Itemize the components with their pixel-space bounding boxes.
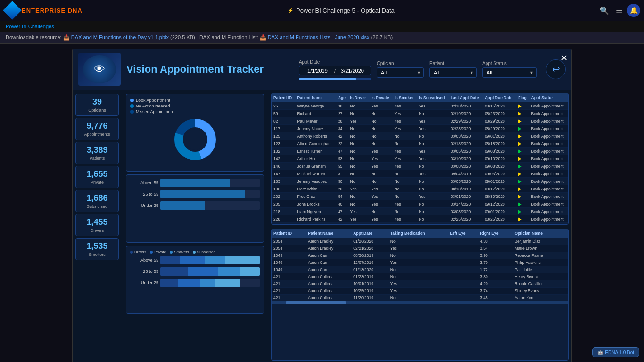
stat-patients-label: Patients — [79, 156, 116, 161]
flag-icon: ▶ — [518, 201, 522, 206]
flag-icon: ▶ — [518, 141, 522, 146]
col2-patient-name: Patient Name — [306, 229, 351, 238]
svg-point-3 — [185, 129, 206, 150]
col-age: Age — [336, 93, 348, 102]
bar-legend-2: Drivers Private Smokers Subsidised — [130, 250, 260, 254]
table-row: 421Aaron Collins10/01/2019Yes4.20Ronald … — [272, 280, 568, 288]
grouped-label-above55: Above 55 — [130, 258, 158, 263]
donut-label-1: No Action Needed — [136, 104, 170, 108]
edna-bot[interactable]: 🤖 EDNA 1.0 Bot — [592, 347, 639, 357]
eye-icon: 👁 — [83, 55, 116, 83]
bar-track-above55 — [160, 179, 260, 187]
power-bi-icon: ⚡ — [288, 8, 293, 13]
sub-bar-link[interactable]: Power BI Challenges — [6, 24, 54, 29]
logo-diamond — [3, 1, 22, 20]
menu-icon[interactable]: ☰ — [616, 6, 622, 15]
grouped-bar-under25: Under 25 — [130, 279, 260, 287]
date-from-input[interactable] — [302, 68, 333, 74]
flag-icon: ▶ — [518, 148, 522, 154]
grouped-bar-above55: Above 55 — [130, 256, 260, 264]
appointment-table-header: Patient ID Patient Name Age Is Driver Is… — [272, 93, 568, 102]
stat-opticians-number: 39 — [79, 97, 116, 107]
date-slider[interactable] — [299, 78, 371, 80]
appointment-table: Patient ID Patient Name Age Is Driver Is… — [271, 93, 569, 225]
charts-panel: Book Appointment No Action Needed Missed… — [122, 90, 268, 362]
table-row: 421Aaron Collins10/25/2019Yes3.74Shirley… — [272, 288, 568, 295]
table2-scrollbar[interactable] — [272, 301, 568, 304]
table-row: 147Michael Warren8NoNoNoYes09/04/201909/… — [272, 170, 568, 178]
col2-left-eye: Left Eye — [448, 229, 478, 238]
modal-close-button[interactable]: ✕ — [561, 53, 568, 63]
date-range-box[interactable]: / — [299, 66, 371, 75]
table-row: 125Anthony Roberts42NoNoNoNo03/03/202009… — [272, 132, 568, 140]
patient-data-table: Patient ID Patient Name Appt Date Taking… — [272, 229, 568, 300]
patient-select[interactable]: All — [429, 67, 477, 78]
flag-icon: ▶ — [518, 133, 522, 139]
col-patient-name: Patient Name — [295, 93, 336, 102]
donut-chart: Book Appointment No Action Needed Missed… — [126, 94, 264, 172]
dashboard-header: 👁 Vision Appointment Tracker Appt Date /… — [73, 49, 571, 90]
table-row: 1049Aaron Carr12/07/2019Yes3.70Philip Ha… — [272, 259, 568, 266]
appointment-table-body: 25Wayne George38NoYesYesYes02/18/202008/… — [272, 102, 568, 225]
stat-private-label: Private — [79, 180, 116, 185]
legend-dot-smokers — [170, 251, 173, 254]
appointment-data-table: Patient ID Patient Name Age Is Driver Is… — [272, 93, 568, 225]
stat-patients: 3,389 Patients — [75, 142, 119, 164]
col2-appt-date: Appt Date — [351, 229, 388, 238]
table2-scrollbar-thumb — [286, 301, 346, 304]
logo-text: ENTERPRISE DNA — [22, 7, 83, 14]
table-row: 1049Aaron Carr01/13/2020No1.72Paul Littl… — [272, 266, 568, 273]
table-row: 132Ernest Turner47NoYesYesYes03/05/20200… — [272, 148, 568, 155]
table-row: 1049Aaron Carr08/30/2019No3.90Rebecca Pa… — [272, 252, 568, 259]
appt-status-select[interactable]: All — [482, 67, 537, 78]
table-row: 196Gary White20YesYesNoNo08/18/201908/17… — [272, 185, 568, 193]
donut-svg — [172, 116, 219, 163]
top-bar: ENTERPRISE DNA ⚡ Power BI Challenge 5 - … — [0, 0, 644, 21]
search-icon[interactable]: 🔍 — [600, 6, 609, 15]
flag-icon: ▶ — [518, 224, 522, 225]
col-is-subsidised: Is Subsidised — [417, 93, 449, 102]
optician-select[interactable]: All — [377, 67, 424, 78]
bar-label-25to55: 25 to 55 — [130, 192, 158, 197]
appt-date-label: Appt Date — [299, 59, 371, 65]
col2-patient-id: Patient ID — [272, 229, 306, 238]
appointment-table-scroll[interactable]: Patient ID Patient Name Age Is Driver Is… — [272, 93, 568, 225]
grouped-label-25to55: 25 to 55 — [130, 269, 158, 274]
col-last-appt: Last Appt Date — [449, 93, 483, 102]
dashboard-logo: 👁 — [78, 53, 121, 86]
patient-select-wrapper: All — [429, 67, 477, 78]
patient-detail-table: Patient ID Patient Name Appt Date Taking… — [271, 229, 569, 361]
patient-label: Patient — [429, 61, 477, 66]
table-row: 228Richard Perkins42YesYesYesNo02/25/202… — [272, 215, 568, 223]
stat-smokers-number: 1,535 — [79, 241, 116, 251]
modal-overlay: ✕ 👁 Vision Appointment Tracker Appt Date… — [0, 44, 644, 362]
stat-opticians-label: Opticians — [79, 108, 116, 113]
download-link-2[interactable]: DAX and M Functions Lists - June 2020.xl… — [268, 34, 370, 40]
table-row: 205John Brooks40NoYesYesNo03/14/202009/1… — [272, 200, 568, 208]
grouped-track-25to55 — [160, 267, 260, 276]
flag-icon: ▶ — [518, 216, 522, 222]
table-row: 232Jose Carpenter47YesNoYesNo02/27/20200… — [272, 223, 568, 225]
flag-icon: ▶ — [518, 194, 522, 199]
donut-dot-0 — [130, 99, 134, 102]
date-to-input[interactable] — [337, 68, 368, 74]
table-row: 183Jeremy Vasquez50NoNoNoNo03/03/202009/… — [272, 178, 568, 185]
grouped-bar-25to55: 25 to 55 — [130, 267, 260, 276]
flag-icon: ▶ — [518, 156, 522, 161]
patient-table-scroll[interactable]: Patient ID Patient Name Appt Date Taking… — [272, 229, 568, 300]
appt-status-label: Appt Status — [482, 61, 537, 66]
stat-smokers: 1,535 Smokers — [75, 238, 119, 260]
legend-label-private: Private — [154, 250, 166, 254]
bar-chart-1: Above 55 25 to 55 Under 25 — [126, 174, 264, 243]
table-row: 421Aaron Collins01/23/2019No3.30Henry Ri… — [272, 273, 568, 280]
bar-row-under25: Under 25 — [130, 201, 260, 210]
legend-dot-private — [150, 251, 153, 254]
notification-bell[interactable]: 🔔 — [627, 4, 640, 17]
col-patient-id: Patient ID — [272, 93, 295, 102]
col-is-smoker: Is Smoker — [393, 93, 417, 102]
donut-legend-item-2: Missed Appointment — [130, 109, 260, 114]
download-link-1[interactable]: DAX and M Functions of the Day v1 1.pbix — [71, 34, 169, 40]
stat-drivers: 1,455 Drivers — [75, 214, 119, 236]
flag-icon: ▶ — [518, 171, 522, 176]
flag-icon: ▶ — [518, 186, 522, 191]
